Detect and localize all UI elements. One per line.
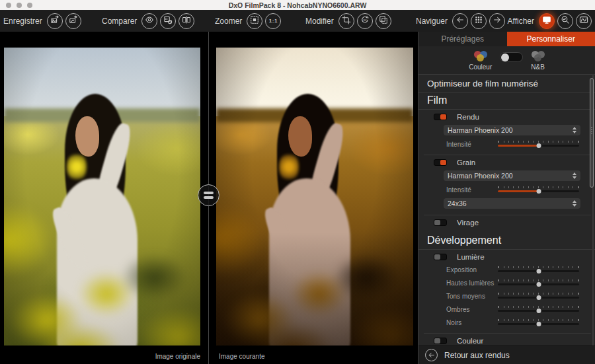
hautes-lumieres-slider[interactable] xyxy=(498,279,579,286)
compare-group-label: Comparer xyxy=(102,17,137,26)
couleur-toggle[interactable] xyxy=(434,338,447,344)
rendu-intensity-thumb[interactable] xyxy=(536,143,541,148)
back-to-renderings-label: Retour aux rendus xyxy=(444,351,510,360)
rotate-90-icon: 90° xyxy=(360,15,370,27)
svg-text:90°: 90° xyxy=(363,18,367,21)
display-group-label: Afficher xyxy=(508,17,534,26)
tab-presets[interactable]: Préréglages xyxy=(418,32,507,46)
exposition-slider[interactable] xyxy=(498,266,579,273)
grain-intensity-thumb[interactable] xyxy=(536,189,541,194)
crop-button[interactable] xyxy=(338,13,354,29)
compare-history-icon xyxy=(163,15,173,27)
rendu-toggle[interactable] xyxy=(434,114,447,120)
panel-tabs: Préréglages Personnaliser xyxy=(418,32,595,46)
noirs-slider[interactable] xyxy=(498,319,579,326)
one-to-one-button[interactable]: 1:1 xyxy=(265,13,281,29)
film-section-header: Film xyxy=(418,92,595,110)
loupe-icon xyxy=(561,15,570,27)
color-circles-icon xyxy=(474,51,487,61)
zoom-group-label: Zoomer xyxy=(215,17,242,26)
filmpack-window: DxO FilmPack 8 - NohcabNYNO6600.ARW Enre… xyxy=(0,0,595,364)
rotate-90-button[interactable]: 90° xyxy=(357,13,373,29)
grain-toggle[interactable] xyxy=(434,159,447,166)
current-image-caption: Image courante xyxy=(215,353,265,360)
hautes-lumieres-label: Hautes lumières xyxy=(446,279,498,287)
compare-history-button[interactable] xyxy=(160,13,176,29)
color-mode-option[interactable]: Couleur xyxy=(469,51,492,71)
optimizer-header: Optimiseur de film numérisé xyxy=(418,75,595,92)
display-group: Afficher xyxy=(508,10,592,32)
compare-split-handle[interactable] xyxy=(198,184,219,206)
grain-type-value: Harman Phoenix 200 xyxy=(448,172,513,180)
eye-icon xyxy=(145,15,154,27)
edit-group-label: Modifier xyxy=(305,17,334,26)
grain-group: Grain Harman Phoenix 200 Intensité 24x36 xyxy=(424,155,591,215)
ombres-thumb[interactable] xyxy=(536,309,541,313)
exposition-thumb[interactable] xyxy=(536,269,541,273)
grain-intensity-slider[interactable] xyxy=(498,186,579,193)
grain-format-value: 24x36 xyxy=(448,200,467,207)
color-mode-label: Couleur xyxy=(469,63,492,71)
grain-intensity-label: Intensité xyxy=(446,186,498,194)
fit-screen-button[interactable] xyxy=(247,13,262,29)
loupe-button[interactable] xyxy=(557,13,573,29)
back-to-renderings-button[interactable] xyxy=(425,349,438,361)
next-image-button[interactable] xyxy=(489,13,505,29)
development-section-header: Développement xyxy=(418,233,595,250)
close-button[interactable] xyxy=(6,3,11,8)
compare-preview-button[interactable] xyxy=(141,13,157,29)
ombres-slider[interactable] xyxy=(498,306,579,312)
save-group: Enregistrer xyxy=(3,10,81,32)
color-bw-switch[interactable] xyxy=(500,52,523,62)
hautes-lumieres-thumb[interactable] xyxy=(536,282,541,287)
histogram-icon xyxy=(579,15,588,27)
export-image-button[interactable] xyxy=(47,13,63,29)
thumbnails-grid-icon xyxy=(474,15,483,27)
monitor-view-button[interactable] xyxy=(539,13,555,29)
one-to-one-icon: 1:1 xyxy=(269,18,278,24)
panel-bottom-bar: Retour aux rendus xyxy=(418,346,595,364)
tab-customize[interactable]: Personnaliser xyxy=(507,32,595,46)
tons-moyens-slider[interactable] xyxy=(498,293,579,299)
frame-button[interactable] xyxy=(376,13,391,29)
rendu-label: Rendu xyxy=(457,113,479,121)
histogram-button[interactable] xyxy=(576,13,592,29)
previous-icon xyxy=(456,15,465,27)
thumbnails-grid-button[interactable] xyxy=(471,13,487,29)
window-title: DxO FilmPack 8 - NohcabNYNO6600.ARW xyxy=(229,1,367,9)
lumiere-label: Lumière xyxy=(457,253,485,261)
noirs-thumb[interactable] xyxy=(536,322,541,326)
export-to-editor-button[interactable] xyxy=(65,13,81,29)
noirs-label: Noirs xyxy=(446,319,498,326)
image-viewer: Image originale Image courante xyxy=(0,32,418,364)
tons-moyens-label: Tons moyens xyxy=(446,293,498,300)
fit-screen-icon xyxy=(250,15,259,27)
zoom-window-button[interactable] xyxy=(27,3,32,8)
rendu-intensity-slider[interactable] xyxy=(498,141,579,147)
bw-circles-icon xyxy=(532,51,545,61)
minimize-button[interactable] xyxy=(17,3,22,8)
export-image-icon xyxy=(50,15,60,27)
grain-format-select[interactable]: 24x36 xyxy=(444,198,580,209)
film-rendering-select[interactable]: Harman Phoenix 200 xyxy=(444,125,580,135)
grain-type-select[interactable]: Harman Phoenix 200 xyxy=(444,170,580,181)
panel-scroll-area: Optimiseur de film numérisé Film Rendu H… xyxy=(418,75,595,346)
lumiere-group: Lumière Exposition Hautes lumières xyxy=(424,250,591,334)
grain-label: Grain xyxy=(457,159,475,166)
current-image-vignette xyxy=(216,48,413,346)
ombres-label: Ombres xyxy=(446,306,498,313)
scrollbar-thumb[interactable] xyxy=(590,78,594,188)
rendu-group: Rendu Harman Phoenix 200 Intensité xyxy=(424,110,591,155)
compare-group: Comparer xyxy=(102,10,194,32)
tons-moyens-thumb[interactable] xyxy=(536,295,541,300)
panel-scrollbar xyxy=(590,75,594,346)
rendu-intensity-label: Intensité xyxy=(446,141,498,148)
lumiere-toggle[interactable] xyxy=(434,254,447,260)
couleur-label: Couleur xyxy=(457,337,483,345)
navigate-group: Naviguer xyxy=(416,10,505,32)
crop-icon xyxy=(342,15,351,27)
virage-toggle[interactable] xyxy=(434,219,447,226)
previous-image-button[interactable] xyxy=(452,13,468,29)
bw-mode-option[interactable]: N&B xyxy=(531,51,545,71)
split-view-button[interactable] xyxy=(178,13,194,29)
